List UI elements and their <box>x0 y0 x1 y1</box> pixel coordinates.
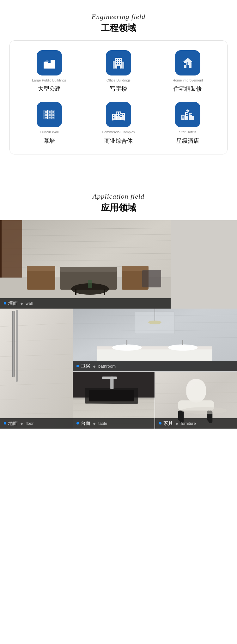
home-improvement-icon <box>175 50 200 75</box>
svg-rect-3 <box>44 63 46 64</box>
office-building-icon <box>106 50 131 75</box>
application-en-title: Application field <box>0 192 237 201</box>
floor-zh-label: 地面 <box>8 420 18 426</box>
table-furniture-row: 台面 ● table <box>73 372 237 429</box>
svg-rect-61 <box>186 113 187 114</box>
commercial-svg <box>111 107 126 122</box>
svg-rect-45 <box>113 117 114 118</box>
hotel-en-label: Star Hotels <box>179 130 196 134</box>
svg-rect-32 <box>45 111 47 113</box>
svg-point-110 <box>168 344 198 351</box>
wall-texture-svg <box>0 220 171 309</box>
engineering-item-office[interactable]: Office Buildings 写字楼 <box>85 50 151 93</box>
engineering-item-large-public[interactable]: Large Public Buildings 大型公建 <box>16 50 82 93</box>
svg-rect-10 <box>116 59 117 60</box>
hotel-zh-label: 星级酒店 <box>176 137 199 145</box>
curtain-en-label: Curtain Wall <box>40 130 59 134</box>
svg-rect-44 <box>113 115 114 116</box>
svg-rect-19 <box>117 66 120 69</box>
curtain-svg <box>42 107 57 122</box>
table-photo-label: 台面 ● table <box>73 418 155 429</box>
svg-rect-7 <box>51 63 52 65</box>
bathroom-photo-label: 卫浴 ● bathroom <box>73 361 237 371</box>
home-svg <box>180 55 195 70</box>
floor-texture-svg <box>0 309 73 429</box>
svg-marker-22 <box>183 58 193 62</box>
svg-point-114 <box>148 320 161 324</box>
svg-rect-40 <box>52 117 54 118</box>
svg-rect-65 <box>190 114 191 115</box>
svg-rect-56 <box>192 116 194 120</box>
svg-marker-67 <box>186 109 190 112</box>
svg-rect-6 <box>53 61 54 63</box>
svg-rect-58 <box>183 116 184 117</box>
star-hotel-icon <box>175 102 200 127</box>
svg-rect-11 <box>118 59 119 60</box>
engineering-header: Engineering field 工程领域 <box>9 13 228 34</box>
svg-rect-8 <box>53 63 54 65</box>
office-en-label: Office Buildings <box>106 78 131 82</box>
svg-rect-80 <box>27 268 55 290</box>
svg-rect-59 <box>182 117 183 118</box>
svg-rect-66 <box>191 114 192 115</box>
svg-rect-25 <box>184 63 186 65</box>
svg-rect-4 <box>46 63 47 64</box>
svg-rect-15 <box>120 61 121 62</box>
svg-rect-60 <box>183 117 184 118</box>
furniture-en-label: furniture <box>181 421 196 426</box>
svg-rect-129 <box>186 379 206 402</box>
svg-rect-34 <box>52 111 54 113</box>
bathroom-en-label: bathroom <box>98 364 116 369</box>
svg-rect-83 <box>60 267 117 272</box>
table-label-dot <box>76 422 79 424</box>
svg-rect-100 <box>16 310 18 382</box>
svg-rect-12 <box>120 59 121 60</box>
svg-rect-20 <box>113 61 115 69</box>
table-zh-label: 台面 <box>81 420 90 426</box>
furniture-zh-label: 家具 <box>163 420 173 426</box>
table-photo: 台面 ● table <box>73 372 155 429</box>
svg-rect-47 <box>119 112 120 114</box>
engineering-item-home[interactable]: Home improvement 住宅精装修 <box>155 50 221 93</box>
engineering-item-commercial[interactable]: Commercial Complex 商业综合体 <box>85 102 151 144</box>
svg-point-109 <box>112 344 142 351</box>
wall-photo-row: 墙面 ● wall <box>0 220 237 309</box>
svg-rect-39 <box>49 117 51 118</box>
svg-rect-21 <box>122 62 124 69</box>
engineering-card: Large Public Buildings 大型公建 <box>9 40 228 154</box>
svg-rect-38 <box>45 117 47 118</box>
engineering-grid: Large Public Buildings 大型公建 <box>16 50 221 145</box>
svg-rect-13 <box>116 61 117 62</box>
commercial-zh-label: 商业综合体 <box>104 137 133 145</box>
office-zh-label: 写字楼 <box>110 85 127 93</box>
photo-grid: 墙面 ● wall <box>0 220 237 429</box>
svg-rect-64 <box>187 115 188 116</box>
svg-rect-89 <box>88 280 92 288</box>
section-gap-1 <box>0 164 237 183</box>
svg-rect-46 <box>117 112 118 114</box>
svg-rect-90 <box>142 270 161 287</box>
curtain-zh-label: 幕墙 <box>44 137 55 145</box>
room-scene-bg <box>0 220 171 309</box>
svg-rect-36 <box>49 114 51 116</box>
svg-rect-62 <box>187 113 188 114</box>
svg-rect-37 <box>52 114 54 116</box>
svg-rect-120 <box>102 376 117 379</box>
svg-rect-91 <box>0 309 73 429</box>
engineering-item-curtain[interactable]: Curtain Wall 幕墙 <box>16 102 82 144</box>
svg-rect-52 <box>120 116 122 117</box>
engineering-item-hotels[interactable]: Star Hotels 星级酒店 <box>155 102 221 144</box>
bathroom-zh-label: 卫浴 <box>81 363 90 369</box>
svg-rect-48 <box>117 115 118 116</box>
svg-rect-51 <box>123 114 124 115</box>
svg-rect-50 <box>120 114 122 115</box>
bathroom-label-dot <box>76 365 79 367</box>
svg-rect-33 <box>49 111 51 113</box>
application-section: Application field 应用领域 <box>0 183 237 429</box>
gray-block <box>171 220 237 309</box>
furniture-label-dot <box>159 422 161 424</box>
svg-point-135 <box>181 407 227 414</box>
svg-rect-63 <box>186 115 187 116</box>
svg-rect-99 <box>12 311 15 377</box>
floor-label-dot <box>4 422 6 424</box>
